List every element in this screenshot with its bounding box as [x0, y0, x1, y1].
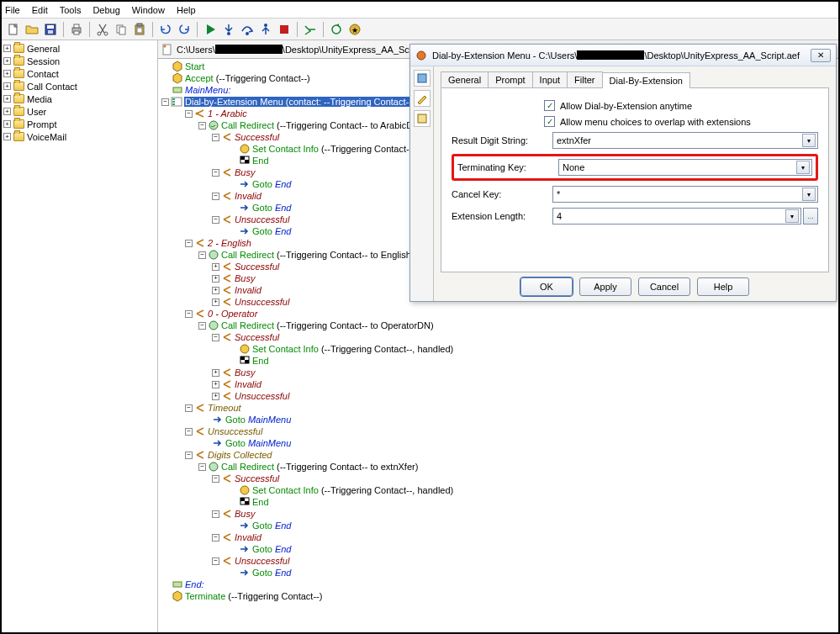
node-dial-by-extension-menu[interactable]: Dial-by-Extension Menu (contact: --Trigg… [184, 97, 423, 107]
menu-tools[interactable]: Tools [60, 5, 82, 15]
node-set-contact[interactable]: Set Contact Info (--Triggering Contact--… [252, 485, 453, 495]
menu-debug[interactable]: Debug [92, 5, 119, 15]
run-icon[interactable] [202, 21, 219, 38]
palette-item-prompt[interactable]: +Prompt [3, 118, 156, 130]
node-timeout[interactable]: Timeout [208, 403, 241, 413]
close-button[interactable]: ✕ [811, 49, 831, 62]
node-accept[interactable]: Accept (--Triggering Contact--) [185, 73, 310, 83]
node-option-2[interactable]: 2 - English [208, 238, 251, 248]
palette-item-media[interactable]: +Media [3, 92, 156, 105]
validate-icon[interactable] [302, 21, 319, 38]
expand-toggle[interactable]: − [212, 169, 219, 177]
save-icon[interactable] [42, 21, 59, 38]
expand-toggle[interactable]: + [212, 275, 219, 283]
node-end[interactable]: End [252, 497, 269, 507]
node-successful[interactable]: Successful [235, 262, 279, 272]
node-goto-end[interactable]: Goto End [252, 203, 292, 213]
undo-icon[interactable] [157, 21, 174, 38]
node-successful[interactable]: Successful [235, 132, 279, 142]
node-goto-end[interactable]: Goto End [252, 544, 292, 554]
dropdown-icon[interactable]: ▾ [802, 188, 816, 201]
extension-length-more-button[interactable]: … [803, 208, 818, 225]
palette-item-user[interactable]: +User [3, 105, 156, 118]
node-successful[interactable]: Successful [235, 332, 279, 342]
node-call-redirect-arabic[interactable]: Call Redirect (--Triggering Contact-- to… [221, 120, 423, 130]
tab-prompt[interactable]: Prompt [488, 71, 532, 87]
menu-edit[interactable]: Edit [32, 5, 48, 15]
menu-help[interactable]: Help [177, 5, 196, 15]
dialog-side-btn-1[interactable] [414, 70, 431, 87]
expand-toggle[interactable]: − [198, 322, 206, 330]
tab-general[interactable]: General [441, 71, 489, 87]
menu-file[interactable]: File [5, 5, 20, 15]
tab-input[interactable]: Input [532, 71, 568, 87]
tab-filter[interactable]: Filter [567, 71, 602, 87]
dialog-side-btn-3[interactable] [414, 110, 431, 127]
open-folder-icon[interactable] [24, 21, 40, 38]
step-into-icon[interactable] [220, 21, 237, 38]
expand-toggle[interactable]: − [212, 216, 219, 224]
node-goto-end[interactable]: Goto End [252, 226, 292, 236]
allow-dialbyext-checkbox[interactable]: ✓ [544, 100, 555, 111]
apply-button[interactable]: Apply [579, 277, 631, 296]
expand-toggle[interactable]: − [212, 475, 219, 483]
expand-toggle[interactable]: − [212, 510, 219, 518]
expand-toggle[interactable]: − [212, 557, 219, 565]
step-out-icon[interactable] [257, 21, 274, 38]
node-invalid[interactable]: Invalid [235, 532, 262, 542]
node-option-0[interactable]: 0 - Operator [208, 309, 257, 319]
expand-toggle[interactable]: − [185, 110, 193, 118]
palette-item-contact[interactable]: +Contact [3, 67, 156, 80]
node-mainmenu-label[interactable]: MainMenu: [185, 85, 230, 95]
node-set-contact[interactable]: Set Contact Info (--Triggering Contact--… [252, 144, 415, 154]
step-over-icon[interactable] [239, 21, 256, 38]
node-unsuccessful[interactable]: Unsuccessful [235, 556, 289, 566]
node-goto-end[interactable]: Goto End [252, 179, 292, 189]
info-icon[interactable]: ★ [346, 21, 363, 38]
expand-toggle[interactable]: − [185, 310, 193, 318]
node-busy[interactable]: Busy [235, 273, 255, 283]
expand-toggle[interactable]: + [212, 369, 219, 377]
tab-dial-by-extension[interactable]: Dial-By-Extension [602, 72, 690, 88]
node-busy[interactable]: Busy [235, 367, 255, 378]
new-file-icon[interactable] [5, 21, 22, 38]
cancel-button[interactable]: Cancel [638, 277, 690, 296]
cancel-key-combo[interactable]: * ▾ [552, 186, 818, 203]
node-successful[interactable]: Successful [235, 473, 279, 483]
palette-item-session[interactable]: +Session [3, 55, 156, 67]
node-unsuccessful[interactable]: Unsuccessful [208, 426, 262, 436]
node-end[interactable]: End [252, 156, 269, 166]
redo-icon[interactable] [176, 21, 193, 38]
expand-toggle[interactable]: − [198, 122, 206, 129]
expand-toggle[interactable]: − [185, 428, 193, 436]
node-call-redirect-operator[interactable]: Call Redirect (--Triggering Contact-- to… [221, 320, 434, 330]
node-busy[interactable]: Busy [235, 167, 255, 177]
node-start[interactable]: Start [185, 61, 204, 71]
node-option-1[interactable]: 1 - Arabic [208, 108, 247, 119]
expand-toggle[interactable]: − [198, 463, 206, 471]
cut-icon[interactable] [94, 21, 111, 38]
node-terminate[interactable]: Terminate (--Triggering Contact--) [185, 591, 322, 601]
node-unsuccessful[interactable]: Unsuccessful [235, 391, 289, 401]
node-goto-end[interactable]: Goto End [252, 568, 292, 578]
node-invalid[interactable]: Invalid [235, 379, 262, 389]
node-end-label[interactable]: End: [185, 579, 204, 589]
stop-icon[interactable] [276, 21, 293, 38]
node-unsuccessful[interactable]: Unsuccessful [235, 214, 289, 225]
expand-toggle[interactable]: − [212, 334, 219, 341]
expand-toggle[interactable]: + [212, 263, 219, 271]
expand-toggle[interactable]: + [212, 393, 219, 400]
expand-toggle[interactable]: + [212, 287, 219, 294]
node-digits-collected[interactable]: Digits Collected [208, 450, 272, 460]
dropdown-icon[interactable]: ▾ [796, 161, 810, 174]
node-invalid[interactable]: Invalid [235, 191, 262, 201]
extension-length-combo[interactable]: 4 ▾ [552, 208, 801, 225]
print-icon[interactable] [68, 21, 85, 38]
node-goto-end[interactable]: Goto End [252, 520, 292, 531]
dropdown-icon[interactable]: ▾ [785, 209, 799, 223]
node-call-redirect-extn[interactable]: Call Redirect (--Triggering Contact-- to… [221, 462, 418, 472]
node-unsuccessful[interactable]: Unsuccessful [235, 297, 289, 307]
result-digit-combo[interactable]: extnXfer ▾ [552, 132, 818, 149]
copy-icon[interactable] [113, 21, 129, 38]
node-busy[interactable]: Busy [235, 509, 255, 519]
